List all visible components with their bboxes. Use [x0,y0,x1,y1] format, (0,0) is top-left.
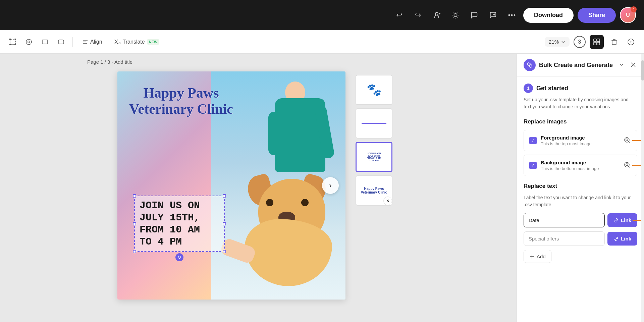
zoom-level: 21% [549,39,559,45]
human-figure [272,71,345,185]
thumbnail-3-active[interactable]: JOIN US ONJULY 15TH,FROM 10 AMTO 4 PM [356,142,392,172]
page-label: Page 1 / 3 - Add title [0,54,517,68]
get-started-title: Get started [536,85,568,92]
panel-close-button[interactable] [629,60,637,70]
svg-point-12 [15,44,16,45]
special-offers-field-row: Link [524,231,637,246]
effects-tool-button[interactable] [23,36,35,48]
svg-point-4 [493,13,495,15]
design-canvas: Happy Paws Veterinary Clinic JOIN US ON [117,71,345,300]
undo-button[interactable]: ↩ [392,8,407,22]
replace-images-title: Replace images [524,118,637,125]
panel-header: Bulk Create and Generate [517,54,644,77]
handle-bottom-right[interactable] [223,250,226,253]
svg-point-34 [626,139,628,141]
date-text: JOIN US ON JULY 15TH, FROM 10 AM TO 4 PM [140,200,219,248]
svg-rect-24 [612,40,616,45]
redo-button[interactable]: ↪ [411,8,425,22]
thumb-text-content: JOIN US ONJULY 15TH,FROM 10 AMTO 4 PM [366,151,383,163]
svg-point-5 [508,14,510,16]
replace-text-section: Replace text Label the text you want to … [524,183,637,263]
svg-point-0 [435,12,438,15]
avatar[interactable]: U 4 [620,7,636,23]
translate-button[interactable]: Xₐ Translate NEW [110,36,164,48]
clinic-title: Happy Paws Veterinary Clinic [124,85,238,117]
svg-rect-22 [594,42,596,45]
bulb-button[interactable] [448,8,463,22]
rotate-handle[interactable]: ↻ [175,253,183,261]
background-image-text: Background image This is the bottom most… [541,160,618,171]
replace-text-desc: Label the text you want to change and li… [524,194,637,208]
svg-line-38 [629,166,630,167]
svg-rect-15 [42,40,48,44]
background-image-label: Background image [541,160,618,165]
download-button[interactable]: Download [523,8,574,23]
more-options-button[interactable] [504,8,519,22]
share-button[interactable]: Share [578,8,616,23]
special-offers-link-button[interactable]: Link [607,232,637,246]
notification-badge: 4 [631,6,637,12]
foreground-replace-button[interactable] [622,135,632,146]
handle-top-left[interactable] [133,194,136,198]
svg-point-33 [625,138,629,142]
add-text-field-button[interactable]: Add [524,250,551,263]
svg-rect-20 [594,39,596,42]
thumb-vet-text: Happy PawsVeterinary Clinic [360,185,388,196]
thumbnail-1[interactable]: 🐾 [356,75,392,105]
thumbnail-4[interactable]: Happy PawsVeterinary Clinic ✕ [356,175,392,206]
date-text-input[interactable] [524,213,605,227]
zoom-control[interactable]: 21% [545,37,570,47]
date-box[interactable]: JOIN US ON JULY 15TH, FROM 10 AM TO 4 PM… [134,196,225,252]
align-button[interactable]: Align [78,37,106,47]
scrollbar-thumb[interactable] [641,60,644,80]
handle-top-right[interactable] [223,194,226,198]
foreground-image-text: Foreground image This is the top most im… [541,135,618,146]
svg-point-37 [626,164,628,166]
page-indicator[interactable]: 3 [574,36,586,48]
foreground-checkbox[interactable]: ✓ [529,137,537,144]
panel-collapse-button[interactable] [617,60,626,70]
handle-middle-right[interactable] [223,222,226,225]
collaborate-button[interactable] [429,8,444,22]
special-offers-text-input[interactable] [524,231,605,246]
background-image-desc: This is the bottom most image [541,166,618,171]
comment-button[interactable] [467,8,482,22]
thumb-line-decoration [362,123,386,124]
bulk-tool-button[interactable] [590,35,604,49]
human-arm-left [268,112,280,155]
next-page-button[interactable]: › [322,177,339,194]
svg-rect-21 [597,39,600,42]
add-button[interactable] [625,36,637,48]
svg-point-7 [514,14,515,16]
thumb-cancel-button[interactable]: ✕ [383,197,392,205]
svg-point-9 [9,39,11,40]
svg-line-35 [629,142,630,143]
rounded-rect-tool-button[interactable] [55,36,67,48]
step-badge: 1 [524,84,533,93]
delete-button[interactable] [608,36,621,48]
canvas-area: Page 1 / 3 - Add title [0,54,517,322]
svg-point-6 [511,14,513,16]
panel-title: Bulk Create and Generate [539,62,614,69]
main-area: Page 1 / 3 - Add title [0,54,644,322]
svg-point-10 [15,39,16,40]
panel-icon [524,59,536,71]
puppy-eye-left [266,199,273,206]
handle-bottom-left[interactable] [133,250,136,253]
top-navigation: ↩ ↪ Download Share U 4 [0,0,644,30]
get-started-header: 1 Get started [524,84,637,93]
svg-point-11 [9,44,11,45]
thumbnail-2[interactable] [356,108,392,139]
puppy-body [245,219,332,286]
scrollbar-track [641,54,644,322]
svg-rect-8 [10,39,15,45]
date-field-row: Link C [524,213,637,227]
background-checkbox[interactable]: ✓ [529,162,537,169]
rect-tool-button[interactable] [39,36,51,48]
chat-button[interactable] [486,8,500,22]
select-tool-button[interactable] [7,36,19,48]
background-replace-button[interactable] [622,160,632,171]
handle-middle-left[interactable] [133,222,136,225]
svg-rect-23 [597,42,600,45]
right-panel: Bulk Create and Generate 1 Get started S… [517,54,644,322]
